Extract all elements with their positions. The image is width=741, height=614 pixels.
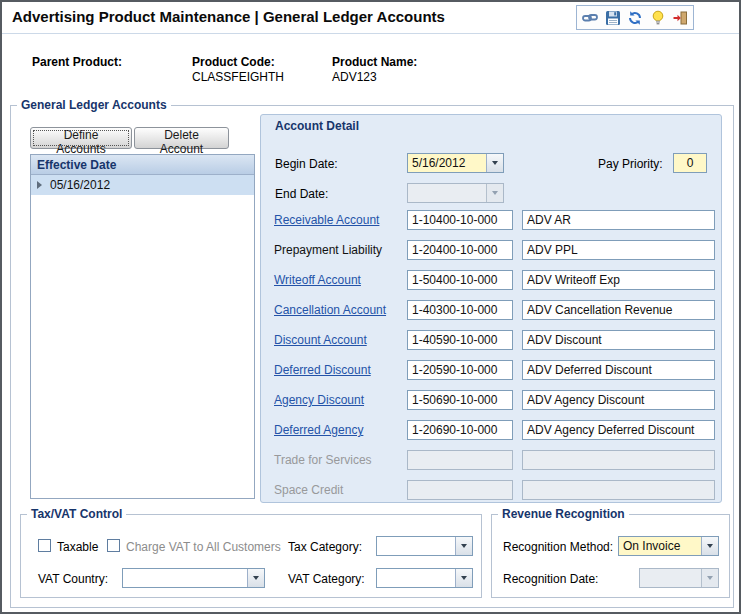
agency-discount-link[interactable]: Agency Discount <box>274 393 364 407</box>
account-row: Agency Discount 1-50690-10-000 ADV Agenc… <box>274 390 715 410</box>
product-code-label: Product Code: <box>192 55 275 69</box>
taxable-checkbox[interactable] <box>38 539 51 552</box>
discount-account-number-field[interactable]: 1-40590-10-000 <box>407 330 513 350</box>
begin-date-dropdown-button[interactable] <box>486 154 503 172</box>
receivable-account-name-field[interactable]: ADV AR <box>522 210 715 230</box>
recognition-date-dropdown-button[interactable] <box>701 569 718 587</box>
trade-for-services-label: Trade for Services <box>274 453 372 467</box>
cancellation-account-link[interactable]: Cancellation Account <box>274 303 386 317</box>
writeoff-account-name-field[interactable]: ADV Writeoff Exp <box>522 270 715 290</box>
page-title: Advertising Product Maintenance | Genera… <box>12 8 445 25</box>
prepayment-liability-name-field[interactable]: ADV PPL <box>522 240 715 260</box>
header-divider <box>2 33 739 34</box>
app-window: Advertising Product Maintenance | Genera… <box>0 0 741 614</box>
deferred-discount-link[interactable]: Deferred Discount <box>274 363 371 377</box>
space-credit-label: Space Credit <box>274 483 343 497</box>
charge-vat-checkbox[interactable] <box>107 539 120 552</box>
effective-date-list-header: Effective Date <box>31 155 254 175</box>
refresh-button[interactable] <box>626 8 645 27</box>
product-name-label: Product Name: <box>332 55 417 69</box>
agency-discount-name-field[interactable]: ADV Agency Discount <box>522 390 715 410</box>
recognition-date-label: Recognition Date: <box>503 572 598 586</box>
account-row: Writeoff Account 1-50400-10-000 ADV Writ… <box>274 270 715 290</box>
deferred-agency-number-field[interactable]: 1-20690-10-000 <box>407 420 513 440</box>
charge-vat-label: Charge VAT to All Customers <box>126 540 281 554</box>
receivable-account-number-field[interactable]: 1-10400-10-000 <box>407 210 513 230</box>
end-date-field[interactable] <box>407 183 504 203</box>
begin-date-field[interactable]: 5/16/2012 <box>407 153 504 173</box>
deferred-agency-link[interactable]: Deferred Agency <box>274 423 363 437</box>
product-code-value: CLASSFEIGHTH <box>192 70 284 84</box>
pay-priority-field[interactable]: 0 <box>673 153 707 173</box>
account-row: Cancellation Account 1-40300-10-000 ADV … <box>274 300 715 320</box>
agency-discount-number-field[interactable]: 1-50690-10-000 <box>407 390 513 410</box>
account-row: Discount Account 1-40590-10-000 ADV Disc… <box>274 330 715 350</box>
recognition-method-value: On Invoice <box>623 539 680 553</box>
chevron-down-icon <box>492 161 498 165</box>
effective-date-list: Effective Date 05/16/2012 <box>30 154 255 499</box>
effective-date-row[interactable]: 05/16/2012 <box>31 175 254 195</box>
lightbulb-icon <box>650 10 666 26</box>
link-button[interactable] <box>581 8 600 27</box>
tree-expander-icon[interactable] <box>37 181 42 189</box>
space-credit-number-field <box>407 480 513 500</box>
trade-for-services-name-field <box>522 450 715 470</box>
end-date-dropdown-button[interactable] <box>486 184 503 202</box>
tax-category-select[interactable] <box>376 536 473 556</box>
account-row: Deferred Agency 1-20690-10-000 ADV Agenc… <box>274 420 715 440</box>
prepayment-liability-number-field[interactable]: 1-20400-10-000 <box>407 240 513 260</box>
tax-category-dropdown-button[interactable] <box>455 537 472 555</box>
deferred-discount-number-field[interactable]: 1-20590-10-000 <box>407 360 513 380</box>
begin-date-label: Begin Date: <box>275 157 338 171</box>
general-ledger-accounts-group-title: General Ledger Accounts <box>17 98 171 112</box>
save-icon <box>605 10 621 26</box>
deferred-discount-name-field[interactable]: ADV Deferred Discount <box>522 360 715 380</box>
chevron-down-icon <box>492 191 498 195</box>
writeoff-account-number-field[interactable]: 1-50400-10-000 <box>407 270 513 290</box>
receivable-account-link[interactable]: Receivable Account <box>274 213 379 227</box>
account-detail-title: Account Detail <box>275 119 359 133</box>
toolbar <box>576 5 694 30</box>
tip-lightbulb-button[interactable] <box>648 8 667 27</box>
discount-account-link[interactable]: Discount Account <box>274 333 367 347</box>
refresh-icon <box>627 10 643 26</box>
effective-date-row-label: 05/16/2012 <box>50 178 110 192</box>
chevron-down-icon <box>707 576 713 580</box>
recognition-method-dropdown-button[interactable] <box>701 537 718 555</box>
chevron-down-icon <box>707 544 713 548</box>
begin-date-value: 5/16/2012 <box>412 156 465 170</box>
account-row: Deferred Discount 1-20590-10-000 ADV Def… <box>274 360 715 380</box>
writeoff-account-link[interactable]: Writeoff Account <box>274 273 361 287</box>
recognition-date-select[interactable] <box>639 568 719 588</box>
trade-for-services-number-field <box>407 450 513 470</box>
parent-product-label: Parent Product: <box>32 55 122 69</box>
vat-country-dropdown-button[interactable] <box>247 569 264 587</box>
tax-vat-control-title: Tax/VAT Control <box>27 507 126 521</box>
define-accounts-button[interactable]: Define Accounts <box>30 127 132 149</box>
cancellation-account-name-field[interactable]: ADV Cancellation Revenue <box>522 300 715 320</box>
taxable-label: Taxable <box>57 540 98 554</box>
vat-category-label: VAT Category: <box>288 572 365 586</box>
vat-category-select[interactable] <box>376 568 473 588</box>
tax-category-label: Tax Category: <box>288 540 362 554</box>
cancellation-account-number-field[interactable]: 1-40300-10-000 <box>407 300 513 320</box>
prepayment-liability-label: Prepayment Liability <box>274 243 382 257</box>
exit-button[interactable] <box>671 8 690 27</box>
recognition-method-label: Recognition Method: <box>503 540 613 554</box>
save-button[interactable] <box>603 8 622 27</box>
recognition-method-select[interactable]: On Invoice <box>618 536 719 556</box>
deferred-agency-name-field[interactable]: ADV Agency Deferred Discount <box>522 420 715 440</box>
vat-category-dropdown-button[interactable] <box>455 569 472 587</box>
account-row: Receivable Account 1-10400-10-000 ADV AR <box>274 210 715 230</box>
end-date-label: End Date: <box>275 187 328 201</box>
discount-account-name-field[interactable]: ADV Discount <box>522 330 715 350</box>
chevron-down-icon <box>461 576 467 580</box>
link-icon <box>582 10 598 26</box>
account-row: Space Credit <box>274 480 715 500</box>
vat-country-select[interactable] <box>122 568 265 588</box>
revenue-recognition-title: Revenue Recognition <box>498 507 629 521</box>
pay-priority-label: Pay Priority: <box>598 157 663 171</box>
delete-account-button[interactable]: Delete Account <box>134 127 229 149</box>
chevron-down-icon <box>461 544 467 548</box>
account-row: Prepayment Liability 1-20400-10-000 ADV … <box>274 240 715 260</box>
